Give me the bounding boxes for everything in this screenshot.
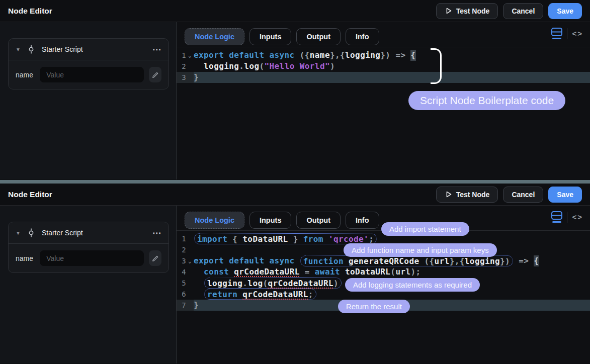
editor-view-toggle-icon[interactable] (551, 211, 562, 223)
code-highlight-outline: function generateQRCode ({url},{logging}… (300, 255, 513, 266)
code-line[interactable]: 1import { toDataURL } from 'qrcode'; (177, 233, 590, 244)
header-actions: Test Node Cancel Save (436, 3, 582, 19)
code-highlight-outline: logging.log(qrCodeDataURL) (204, 278, 342, 289)
play-icon (445, 191, 452, 198)
play-icon (445, 7, 452, 15)
pencil-icon (152, 255, 159, 262)
cancel-button[interactable]: Cancel (503, 187, 543, 203)
header: Node Editor Test Node Cancel Save (0, 0, 590, 22)
editor-view-toggle-icon[interactable] (551, 28, 562, 39)
tab-info[interactable]: Info (346, 28, 379, 45)
node-commit-icon (27, 228, 36, 237)
name-field-label: name (16, 254, 35, 262)
card-title: Starter Script (42, 229, 146, 237)
code-highlight-outline: return qrCodeDataURL; (204, 289, 316, 300)
starter-script-card: ▼ Starter Script ⋯ name (8, 38, 169, 89)
code-line[interactable]: 3⌄export default async function generate… (177, 255, 590, 266)
code-line[interactable]: 1⌄export default async ({name},{logging}… (177, 50, 590, 61)
tab-output[interactable]: Output (296, 28, 341, 45)
name-field-label: name (16, 71, 35, 79)
edit-button[interactable] (149, 67, 161, 82)
tab-bar: Node Logic Inputs Output Info <> (177, 22, 590, 47)
code-line[interactable]: 6 return qrCodeDataURL; (177, 289, 590, 300)
save-button[interactable]: Save (548, 3, 582, 19)
code-line[interactable]: 2 logging.log("Hello World") (177, 61, 590, 72)
page-title: Node Editor (8, 7, 52, 16)
code-line[interactable]: 5 logging.log(qrCodeDataURL) (177, 278, 590, 289)
code-highlight-outline: import { toDataURL } from 'qrcode'; (194, 233, 377, 244)
tab-inputs[interactable]: Inputs (249, 28, 292, 45)
tab-output[interactable]: Output (296, 212, 341, 229)
code-view-icon[interactable]: <> (572, 213, 583, 221)
code-line[interactable]: 4 const qrCodeDataURL = await toDataURL(… (177, 266, 590, 278)
card-menu-icon[interactable]: ⋯ (152, 44, 161, 55)
cancel-button[interactable]: Cancel (503, 3, 543, 19)
editor-area: Node Logic Inputs Output Info <> 1⌄expor… (177, 22, 590, 179)
code-view-icon[interactable]: <> (572, 29, 583, 38)
test-node-button[interactable]: Test Node (436, 187, 498, 203)
code-line[interactable]: 7} (177, 300, 590, 311)
code-editor[interactable]: 1⌄export default async ({name},{logging}… (177, 47, 590, 179)
code-line[interactable]: 3} (177, 72, 590, 83)
node-editor-panel-bottom: Node Editor Test Node Cancel Save ▼ Star… (0, 184, 590, 364)
node-editor-panel-top: Node Editor Test Node Cancel Save ▼ Star… (0, 0, 590, 180)
header: Node Editor Test Node Cancel Save (0, 184, 590, 206)
tab-node-logic[interactable]: Node Logic (185, 212, 244, 229)
tab-bar: Node Logic Inputs Output Info <> (177, 206, 590, 231)
name-field-input[interactable] (40, 250, 144, 266)
pencil-icon (152, 71, 159, 78)
starter-script-card: ▼ Starter Script ⋯ name (8, 222, 169, 273)
test-node-button[interactable]: Test Node (436, 3, 498, 19)
card-title: Starter Script (42, 45, 146, 53)
node-commit-icon (27, 45, 36, 54)
collapse-caret-icon[interactable]: ▼ (16, 230, 21, 236)
panel-divider (0, 180, 590, 184)
tab-info[interactable]: Info (346, 212, 379, 229)
sidebar: ▼ Starter Script ⋯ name (0, 206, 177, 363)
name-field-input[interactable] (40, 67, 144, 82)
collapse-caret-icon[interactable]: ▼ (16, 47, 21, 52)
tab-node-logic[interactable]: Node Logic (185, 28, 244, 45)
tab-inputs[interactable]: Inputs (249, 212, 292, 229)
card-menu-icon[interactable]: ⋯ (152, 228, 161, 238)
header-actions: Test Node Cancel Save (436, 187, 582, 203)
code-line[interactable]: 2 (177, 244, 590, 255)
icon-separator (567, 28, 567, 39)
editor-area: Node Logic Inputs Output Info <> 1import… (177, 206, 590, 363)
page-title: Node Editor (8, 190, 52, 199)
edit-button[interactable] (149, 250, 161, 266)
save-button[interactable]: Save (548, 187, 582, 203)
icon-separator (567, 212, 567, 223)
sidebar: ▼ Starter Script ⋯ name (0, 22, 177, 179)
code-editor[interactable]: 1import { toDataURL } from 'qrcode';23⌄e… (177, 231, 590, 363)
